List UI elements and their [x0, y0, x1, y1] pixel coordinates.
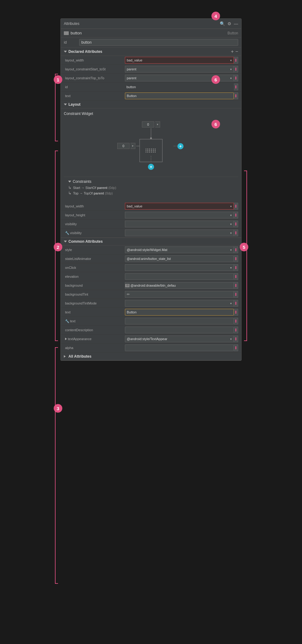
attr-side-button[interactable] [234, 273, 238, 280]
background-tint-field[interactable]: ✏ [125, 291, 234, 298]
add-right-constraint[interactable]: + [177, 143, 184, 149]
elevation-input[interactable] [125, 273, 234, 280]
attr-side-button[interactable] [234, 255, 238, 262]
attributes-panel: Attributes 🔍 ⚙ — button Button id Decla [60, 18, 242, 361]
attr-side-button[interactable] [234, 291, 238, 298]
all-expand-icon[interactable] [64, 355, 66, 358]
attr-value-area: @android:style/Widget.Mat ▾ [125, 246, 238, 253]
attr-value-area: 🖼 @android:drawable/btn_defau [125, 282, 238, 289]
attr-label: layout_constraintStart_toSt [65, 67, 125, 71]
gear-icon[interactable]: ⚙ [227, 21, 231, 26]
panel-header: Attributes 🔍 ⚙ — [61, 19, 241, 29]
table-row: textAppearance @android:style/TextAppear… [61, 335, 241, 344]
attr-value-area [125, 327, 238, 333]
constraint-start-icon: ↳ [68, 185, 72, 190]
text-common-input[interactable] [125, 309, 234, 316]
attr-value-area: button [125, 84, 238, 90]
common-title: Common Attributes [64, 239, 103, 244]
attr-side-button[interactable] [234, 75, 238, 81]
add-button[interactable]: + [231, 49, 234, 54]
style-dropdown[interactable]: @android:style/Widget.Mat ▾ [125, 246, 234, 253]
attr-value-area: ▾ [125, 212, 238, 218]
attr-side-button[interactable] [234, 264, 238, 271]
expand-icon[interactable] [65, 338, 67, 340]
attr-side-button[interactable] [234, 300, 238, 307]
id-input[interactable] [79, 39, 238, 46]
attr-value-area: parent ▾ [125, 75, 238, 81]
badge-6b: 6 [211, 120, 220, 128]
background-tint-mode-dropdown[interactable]: ▾ [125, 300, 234, 307]
top-margin-input: ▾ [142, 121, 160, 128]
attr-label: layout_constraintTop_toTo [65, 76, 125, 80]
all-title: All Attributes [64, 354, 91, 359]
top-margin-arrow[interactable]: ▾ [155, 121, 160, 128]
collapse-triangle[interactable] [64, 51, 67, 53]
left-margin-value[interactable] [117, 143, 130, 149]
minimize-icon[interactable]: — [234, 21, 238, 26]
attr-side-button[interactable] [234, 203, 238, 210]
widget-row: button Button [61, 29, 241, 37]
attr-side-button[interactable] [234, 336, 238, 342]
attr-value-area: bad_value ▾ [125, 203, 238, 210]
attr-side-button[interactable] [234, 57, 238, 64]
alpha-input[interactable] [125, 344, 234, 351]
layout-title: Layout [64, 102, 80, 107]
attr-side-button[interactable] [234, 344, 238, 351]
table-row: text [61, 92, 241, 100]
attr-value-area [125, 309, 238, 316]
add-bottom-constraint[interactable]: + [148, 164, 154, 170]
attr-value-area: ✏ [125, 291, 238, 298]
search-icon[interactable]: 🔍 [220, 21, 225, 26]
attr-side-button[interactable] [234, 282, 238, 289]
top-margin-value[interactable] [142, 121, 154, 128]
widget-type: Button [227, 31, 238, 35]
attr-side-button[interactable] [234, 246, 238, 253]
attr-label: onClick [65, 266, 125, 269]
layout-width-dropdown[interactable]: bad_value ▾ [125, 57, 234, 64]
background-field[interactable]: 🖼 @android:drawable/btn_defau [125, 282, 234, 289]
layout-width-dropdown2[interactable]: bad_value ▾ [125, 203, 234, 210]
constraint-start-dropdown[interactable]: parent ▾ [125, 66, 234, 73]
attr-side-button[interactable] [234, 327, 238, 333]
attr-side-button[interactable] [234, 92, 238, 99]
attr-side-button[interactable] [234, 84, 238, 90]
common-collapse-icon[interactable] [64, 241, 67, 242]
badge-3: 3 [54, 404, 62, 413]
constraints-area: Constraints ↳ Start → StartOf parent (0d… [64, 177, 238, 199]
dropdown-arrow-icon: ▾ [228, 248, 234, 252]
content-desc-input[interactable] [125, 327, 234, 333]
layout-collapse-icon[interactable] [64, 104, 67, 105]
layout-height-dropdown[interactable]: ▾ [125, 212, 234, 218]
text-input-declared[interactable] [125, 92, 234, 99]
attr-label: stateListAnimator [65, 257, 125, 261]
constraint-top-item: ↳ Top → TopOf parent (0dp) [68, 191, 234, 195]
left-margin-arrow[interactable]: ▾ [130, 143, 135, 149]
attr-value-area: bad_value ▾ [125, 57, 238, 64]
attr-side-button[interactable] [234, 66, 238, 73]
table-row: onClick ▾ [61, 263, 241, 272]
table-row: stateListAnimator [61, 254, 241, 263]
attr-value-area: ▾ [125, 264, 238, 271]
dropdown-arrow-icon: ▾ [228, 337, 234, 341]
attr-side-button[interactable] [234, 318, 238, 324]
state-list-animator-input[interactable] [125, 255, 234, 262]
text-appearance-dropdown[interactable]: @android:style/TextAppear ▾ [125, 336, 234, 342]
visibility-wrench-dropdown[interactable]: ▾ [125, 230, 234, 236]
attr-value-area: @android:style/TextAppear ▾ [125, 336, 238, 342]
constraints-collapse[interactable] [68, 181, 71, 183]
text-wrench-input[interactable] [125, 318, 234, 324]
attr-side-button[interactable] [234, 309, 238, 316]
bracket-common [55, 347, 58, 584]
onclick-dropdown[interactable]: ▾ [125, 264, 234, 271]
all-section-header: All Attributes [61, 353, 241, 360]
attr-side-button[interactable] [234, 230, 238, 236]
remove-button[interactable]: − [235, 49, 238, 54]
attr-label: backgroundTintMode [65, 301, 125, 305]
attr-side-button[interactable] [234, 212, 238, 218]
constraint-widget-diagram: ▾ ▾ [64, 118, 238, 177]
visibility-dropdown[interactable]: ▾ [125, 221, 234, 227]
widget-name: button [71, 31, 82, 35]
layout-section-header: Layout [61, 101, 241, 108]
attr-side-button[interactable] [234, 221, 238, 227]
attr-label: backgroundTint [65, 293, 125, 296]
